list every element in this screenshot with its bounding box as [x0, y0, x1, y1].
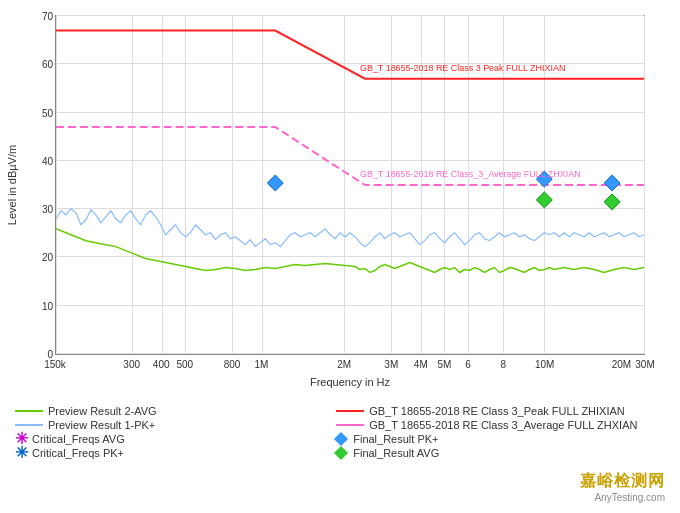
legend: Preview Result 2-AVG GB_T 18655-2018 RE …	[15, 405, 637, 459]
watermark-bottom: AnyTesting.com	[594, 492, 665, 503]
y-tick-20: 20	[42, 252, 53, 263]
legend-label-preview1pk: Preview Result 1-PK+	[48, 419, 155, 431]
y-tick-70: 70	[42, 11, 53, 22]
legend-label-gb-peak: GB_T 18655-2018 RE Class 3_Peak FULL ZHI…	[369, 405, 625, 417]
legend-diamond-final-avg	[334, 446, 348, 460]
legend-label-final-pk: Final_Result PK+	[353, 433, 438, 445]
x-tick-800: 800	[224, 359, 241, 370]
legend-line-preview1pk	[15, 424, 43, 426]
legend-preview2avg: Preview Result 2-AVG	[15, 405, 316, 417]
legend-line-preview2avg	[15, 410, 43, 412]
x-tick-1M: 1M	[255, 359, 269, 370]
x-axis: 150k 300 400 500 800 1M 2M 3M 4M 5M 6 8 …	[55, 357, 645, 377]
y-tick-10: 10	[42, 300, 53, 311]
legend-symbol-critical-pk: ✳	[15, 447, 27, 459]
x-tick-5M: 5M	[437, 359, 451, 370]
watermark: 嘉峪检测网 AnyTesting.com	[580, 471, 665, 503]
chart-container: Level in dBµV/m 0 10 20 30 40 50 60	[0, 0, 680, 513]
legend-line-gb-avg	[336, 424, 364, 426]
legend-label-critical-pk: Critical_Freqs PK+	[32, 447, 124, 459]
legend-line-gb-peak	[336, 410, 364, 412]
legend-label-preview2avg: Preview Result 2-AVG	[48, 405, 157, 417]
x-tick-8: 8	[501, 359, 507, 370]
x-tick-500: 500	[176, 359, 193, 370]
x-axis-label: Frequency in Hz	[55, 376, 645, 388]
y-tick-60: 60	[42, 59, 53, 70]
x-tick-20M: 20M	[612, 359, 631, 370]
legend-final-avg: Final_Result AVG	[336, 447, 637, 459]
y-tick-50: 50	[42, 107, 53, 118]
x-tick-2M: 2M	[337, 359, 351, 370]
legend-critical-avg: ✳ Critical_Freqs AVG	[15, 433, 316, 445]
chart-area: 0 10 20 30 40 50 60 70	[55, 15, 645, 355]
svg-marker-4	[536, 192, 552, 208]
x-tick-150k: 150k	[44, 359, 66, 370]
svg-marker-3	[604, 175, 620, 191]
legend-label-final-avg: Final_Result AVG	[353, 447, 439, 459]
watermark-top: 嘉峪检测网	[580, 471, 665, 492]
legend-gb-peak: GB_T 18655-2018 RE Class 3_Peak FULL ZHI…	[336, 405, 637, 417]
x-tick-3M: 3M	[384, 359, 398, 370]
x-tick-4M: 4M	[414, 359, 428, 370]
legend-diamond-final-pk	[334, 432, 348, 446]
legend-preview1pk: Preview Result 1-PK+	[15, 419, 316, 431]
y-tick-40: 40	[42, 155, 53, 166]
legend-label-critical-avg: Critical_Freqs AVG	[32, 433, 125, 445]
grid-v-30M	[644, 16, 645, 354]
x-tick-400: 400	[153, 359, 170, 370]
x-tick-10M: 10M	[535, 359, 554, 370]
x-tick-300: 300	[123, 359, 140, 370]
y-tick-0: 0	[47, 349, 53, 360]
legend-label-gb-avg: GB_T 18655-2018 RE Class 3_Average FULL …	[369, 419, 637, 431]
svg-marker-5	[604, 194, 620, 210]
chart-svg: GB_T 18655-2018 RE Class 3 Peak FULL ZHI…	[56, 16, 644, 354]
x-tick-6: 6	[465, 359, 471, 370]
legend-critical-pk: ✳ Critical_Freqs PK+	[15, 447, 316, 459]
svg-text:GB_T 18655-2018 RE Class_3_Ave: GB_T 18655-2018 RE Class_3_Average FULL …	[360, 169, 581, 179]
x-tick-30M: 30M	[635, 359, 654, 370]
y-tick-30: 30	[42, 204, 53, 215]
svg-marker-1	[267, 175, 283, 191]
legend-final-pk: Final_Result PK+	[336, 433, 637, 445]
y-axis-label: Level in dBµV/m	[5, 15, 20, 355]
svg-text:GB_T 18655-2018 RE Class 3 Pea: GB_T 18655-2018 RE Class 3 Peak FULL ZHI…	[360, 63, 565, 73]
legend-gb-avg: GB_T 18655-2018 RE Class 3_Average FULL …	[336, 419, 637, 431]
